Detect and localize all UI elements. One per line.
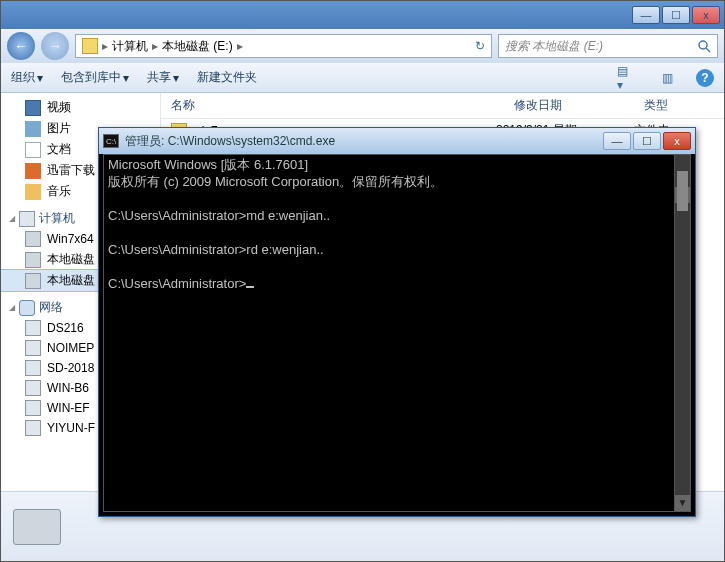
preview-pane-button[interactable]: ▥ xyxy=(656,68,678,88)
explorer-titlebar: — ☐ x xyxy=(1,1,724,29)
pc-icon xyxy=(25,420,41,436)
share-menu[interactable]: 共享 ▾ xyxy=(147,69,179,86)
new-folder-button[interactable]: 新建文件夹 xyxy=(197,69,257,86)
search-input[interactable]: 搜索 本地磁盘 (E:) xyxy=(498,34,718,58)
cmd-window: C:\ 管理员: C:\Windows\system32\cmd.exe — ☐… xyxy=(98,127,696,517)
organize-menu[interactable]: 组织 ▾ xyxy=(11,69,43,86)
search-placeholder: 搜索 本地磁盘 (E:) xyxy=(505,38,603,55)
pc-icon xyxy=(25,360,41,376)
column-headers[interactable]: 名称 修改日期 类型 xyxy=(161,93,724,119)
music-icon xyxy=(25,184,41,200)
refresh-icon[interactable]: ↻ xyxy=(475,39,485,53)
scroll-down-icon[interactable]: ▼ xyxy=(675,495,690,511)
column-date[interactable]: 修改日期 xyxy=(514,97,644,114)
drive-icon xyxy=(25,231,41,247)
scroll-thumb[interactable] xyxy=(677,171,688,211)
drive-icon xyxy=(25,252,41,268)
svg-point-0 xyxy=(699,41,707,49)
sidebar-item[interactable]: 视频 xyxy=(1,97,160,118)
nav-back-button[interactable]: ← xyxy=(7,32,35,60)
cmd-titlebar[interactable]: C:\ 管理员: C:\Windows\system32\cmd.exe — ☐… xyxy=(99,128,695,154)
view-mode-button[interactable]: ▤ ▾ xyxy=(616,68,638,88)
drive-icon xyxy=(25,273,41,289)
maximize-button[interactable]: ☐ xyxy=(662,6,690,24)
computer-icon xyxy=(19,211,35,227)
cmd-minimize-button[interactable]: — xyxy=(603,132,631,150)
drive-icon xyxy=(82,38,98,54)
cmd-title-text: 管理员: C:\Windows\system32\cmd.exe xyxy=(125,133,603,150)
cmd-output[interactable]: Microsoft Windows [版本 6.1.7601] 版权所有 (c)… xyxy=(103,154,691,512)
breadcrumb-segment[interactable]: 计算机 xyxy=(112,38,148,55)
breadcrumb-segment[interactable]: 本地磁盘 (E:) xyxy=(162,38,233,55)
cmd-maximize-button[interactable]: ☐ xyxy=(633,132,661,150)
explorer-toolbar: 组织 ▾ 包含到库中 ▾ 共享 ▾ 新建文件夹 ▤ ▾ ▥ ? xyxy=(1,63,724,93)
pc-icon xyxy=(25,380,41,396)
chevron-right-icon: ▸ xyxy=(102,39,108,53)
cmd-close-button[interactable]: x xyxy=(663,132,691,150)
nav-forward-button[interactable]: → xyxy=(41,32,69,60)
drive-icon xyxy=(13,509,61,545)
chevron-down-icon: ▾ xyxy=(173,71,179,85)
cmd-scrollbar[interactable]: ▲ ▼ xyxy=(674,155,690,511)
network-icon xyxy=(19,300,35,316)
search-icon xyxy=(697,39,711,53)
include-in-library-menu[interactable]: 包含到库中 ▾ xyxy=(61,69,129,86)
download-icon xyxy=(25,163,41,179)
close-button[interactable]: x xyxy=(692,6,720,24)
column-name[interactable]: 名称 xyxy=(171,97,514,114)
minimize-button[interactable]: — xyxy=(632,6,660,24)
video-icon xyxy=(25,100,41,116)
breadcrumb[interactable]: ▸ 计算机 ▸ 本地磁盘 (E:) ▸ ↻ xyxy=(75,34,492,58)
pc-icon xyxy=(25,400,41,416)
column-type[interactable]: 类型 xyxy=(644,97,724,114)
chevron-right-icon: ▸ xyxy=(237,39,243,53)
cursor-icon xyxy=(246,286,254,288)
svg-line-1 xyxy=(706,48,710,52)
pc-icon xyxy=(25,340,41,356)
navigation-bar: ← → ▸ 计算机 ▸ 本地磁盘 (E:) ▸ ↻ 搜索 本地磁盘 (E:) xyxy=(1,29,724,63)
pc-icon xyxy=(25,320,41,336)
chevron-right-icon: ▸ xyxy=(152,39,158,53)
help-icon[interactable]: ? xyxy=(696,69,714,87)
document-icon xyxy=(25,142,41,158)
chevron-down-icon: ▾ xyxy=(37,71,43,85)
picture-icon xyxy=(25,121,41,137)
cmd-icon: C:\ xyxy=(103,134,119,148)
chevron-down-icon: ▾ xyxy=(123,71,129,85)
